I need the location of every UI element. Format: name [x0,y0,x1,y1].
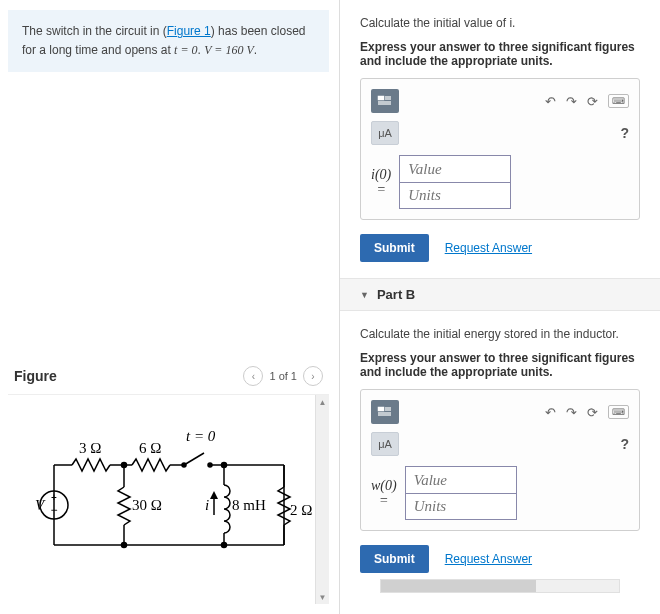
part-a-request-answer-link[interactable]: Request Answer [445,241,532,255]
caret-down-icon: ▼ [360,290,369,300]
horizontal-scrollbar[interactable] [380,579,620,593]
part-a-prompt: Calculate the initial value of i. [360,16,640,30]
svg-rect-29 [385,407,391,411]
svg-rect-30 [378,412,391,416]
eq-v: V = 160 V [204,43,254,57]
part-a-block: Calculate the initial value of i. Expres… [340,0,660,278]
eq-t0: t = 0 [174,43,197,57]
figure-scrollbar[interactable]: ▲ ▼ [315,395,329,604]
reset-icon[interactable]: ⟳ [587,94,598,109]
undo-icon[interactable]: ↶ [545,94,556,109]
svg-rect-28 [378,407,384,411]
part-a-units-input[interactable] [400,182,510,208]
part-b-request-answer-link[interactable]: Request Answer [445,552,532,566]
keyboard-icon-b[interactable]: ⌨ [608,405,629,419]
label-v: V [35,497,46,513]
figure-title: Figure [14,368,57,384]
problem-end: . [254,43,257,57]
part-b-var-label: w(0)= [371,478,397,509]
help-button[interactable]: ? [620,125,629,141]
unit-mu-a-button-b[interactable]: μA [371,432,399,456]
part-a-submit-button[interactable]: Submit [360,234,429,262]
part-a-answer-box: ↶ ↷ ⟳ ⌨ μA ? i(0)= [360,78,640,220]
help-button-b[interactable]: ? [620,436,629,452]
part-b-prompt: Calculate the initial energy stored in t… [360,327,640,341]
problem-statement: The switch in the circuit in (Figure 1) … [8,10,329,72]
label-8mh: 8 mH [232,497,266,513]
pager-label: 1 of 1 [269,370,297,382]
svg-rect-25 [378,96,384,100]
svg-line-7 [184,453,204,465]
templates-button-b[interactable] [371,400,399,424]
part-a-value-input[interactable] [400,156,510,182]
pager-next-button[interactable]: › [303,366,323,386]
svg-text:−: − [50,503,57,517]
keyboard-icon[interactable]: ⌨ [608,94,629,108]
part-b-submit-button[interactable]: Submit [360,545,429,573]
svg-marker-24 [210,491,218,499]
right-column: Calculate the initial value of i. Expres… [340,0,660,614]
scroll-down-icon[interactable]: ▼ [316,590,329,604]
part-a-var-label: i(0)= [371,167,391,198]
part-b-instructions: Express your answer to three significant… [360,351,640,379]
figure-viewport: + − V 3 Ω 6 Ω t = 0 30 Ω i 8 mH [8,394,329,604]
problem-pre: The switch in the circuit in ( [22,24,167,38]
templates-button[interactable] [371,89,399,113]
label-3ohm: 3 Ω [79,440,101,456]
figure-section: Figure ‹ 1 of 1 › [8,342,329,604]
undo-icon-b[interactable]: ↶ [545,405,556,420]
label-6ohm: 6 Ω [139,440,161,456]
part-b-title: Part B [377,287,415,302]
part-b-block: Calculate the initial energy stored in t… [340,311,660,609]
unit-mu-a-button[interactable]: μA [371,121,399,145]
part-b-answer-box: ↶ ↷ ⟳ ⌨ μA ? w(0)= [360,389,640,531]
part-b-value-input[interactable] [406,467,516,493]
part-b-units-input[interactable] [406,493,516,519]
left-column: The switch in the circuit in (Figure 1) … [0,0,340,614]
figure-link[interactable]: Figure 1 [167,24,211,38]
figure-pager: ‹ 1 of 1 › [243,366,323,386]
reset-icon-b[interactable]: ⟳ [587,405,598,420]
circuit-diagram: + − V 3 Ω 6 Ω t = 0 30 Ω i 8 mH [24,415,314,585]
label-i: i [205,497,209,513]
pager-prev-button[interactable]: ‹ [243,366,263,386]
label-30ohm: 30 Ω [132,497,162,513]
redo-icon-b[interactable]: ↷ [566,405,577,420]
scroll-up-icon[interactable]: ▲ [316,395,329,409]
label-t0: t = 0 [186,428,216,444]
svg-text:+: + [51,492,57,503]
part-b-header[interactable]: ▼ Part B [340,278,660,311]
svg-rect-26 [385,96,391,100]
label-2ohm: 2 Ω [290,502,312,518]
scroll-thumb[interactable] [316,409,329,590]
hscroll-thumb[interactable] [381,580,536,592]
svg-rect-27 [378,101,391,105]
redo-icon[interactable]: ↷ [566,94,577,109]
part-a-instructions: Express your answer to three significant… [360,40,640,68]
